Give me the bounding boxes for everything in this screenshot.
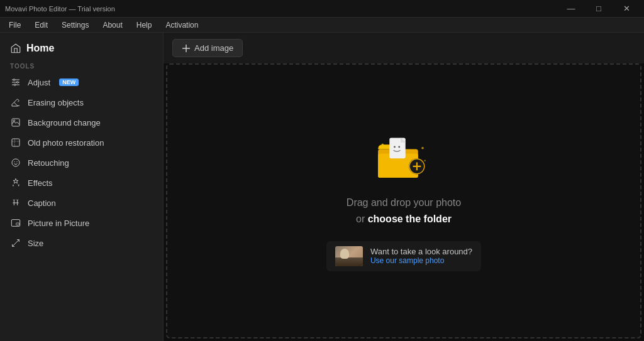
choose-text: or choose the folder [347,211,461,227]
svg-point-1 [13,79,15,81]
titlebar-title: Movavi Photo Editor — Trial version [5,5,115,13]
sample-text: Want to take a look around? Use our samp… [370,247,472,265]
menubar: FileEditSettingsAboutHelpActivation [0,18,644,33]
background-icon [10,117,21,128]
home-icon [10,43,21,54]
titlebar: Movavi Photo Editor — Trial version — □ … [0,0,644,18]
maximize-button[interactable]: □ [586,3,611,15]
adjust-icon [10,77,21,88]
toolbar: Add image [164,33,644,63]
svg-point-5 [14,84,16,86]
home-title: Home [0,39,163,60]
svg-rect-13 [16,223,19,225]
svg-rect-9 [12,139,19,146]
svg-point-23 [394,146,396,148]
content-area: Add image [164,33,644,341]
drop-area[interactable]: Drag and drop your photo or choose the f… [166,63,641,338]
sidebar: Home TOOLS Adjust NEW [0,33,164,341]
sample-section[interactable]: Want to take a look around? Use our samp… [326,241,481,271]
add-image-button[interactable]: Add image [172,39,243,57]
tools-label: TOOLS [0,60,163,72]
main-layout: Home TOOLS Adjust NEW [0,33,644,341]
caption-icon [10,197,21,208]
sidebar-item-pip[interactable]: Picture in Picture [0,213,163,233]
drop-text: Drag and drop your photo or choose the f… [347,195,461,227]
menu-item-file[interactable]: File [3,19,27,31]
adjust-label: Adjust [28,78,50,87]
erasing-icon [10,97,21,108]
titlebar-controls: — □ ✕ [558,3,639,15]
size-label: Size [28,239,43,248]
minimize-button[interactable]: — [558,3,584,15]
pip-icon [10,217,21,229]
background-label: Background change [28,118,101,127]
menu-item-edit[interactable]: Edit [28,19,54,31]
sidebar-item-restoration[interactable]: Old photo restoration [0,133,163,153]
svg-point-27 [424,160,426,161]
svg-point-8 [13,120,15,122]
svg-point-3 [16,82,18,84]
sidebar-item-erasing[interactable]: Erasing objects [0,92,163,112]
folder-svg [372,129,435,189]
menu-item-settings[interactable]: Settings [55,19,95,31]
home-label: Home [26,43,54,54]
svg-point-10 [14,161,14,162]
sidebar-item-background[interactable]: Background change [0,112,163,133]
menu-item-activation[interactable]: Activation [159,19,204,31]
sidebar-item-adjust[interactable]: Adjust NEW [0,72,163,92]
folder-illustration [372,131,435,187]
plus-icon [182,44,191,53]
new-badge: NEW [59,78,79,86]
sidebar-item-size[interactable]: Size [0,233,163,253]
sample-line1: Want to take a look around? [370,247,472,256]
retouching-label: Retouching [28,158,69,168]
add-image-label: Add image [194,43,233,53]
sidebar-item-effects[interactable]: Effects [0,173,163,193]
sidebar-item-retouching[interactable]: Retouching [0,153,163,173]
or-text: or [356,214,368,224]
svg-point-11 [16,161,17,162]
effects-icon [10,177,21,188]
drag-text: Drag and drop your photo [347,195,461,211]
choose-folder-text[interactable]: choose the folder [368,214,452,224]
restoration-icon [10,137,21,148]
svg-point-25 [382,143,384,146]
caption-label: Caption [28,198,56,208]
svg-point-24 [398,146,400,148]
menu-item-help[interactable]: Help [130,19,158,31]
erasing-label: Erasing objects [28,98,84,107]
svg-point-26 [421,147,424,149]
retouch-icon [10,157,21,168]
size-icon [10,237,21,249]
restoration-label: Old photo restoration [28,138,104,148]
close-button[interactable]: ✕ [614,3,639,15]
effects-label: Effects [28,178,53,188]
pip-label: Picture in Picture [28,219,89,228]
sample-thumbnail [335,246,363,266]
menu-item-about[interactable]: About [96,19,128,31]
sidebar-item-caption[interactable]: Caption [0,193,163,213]
sample-line2[interactable]: Use our sample photo [370,256,472,265]
